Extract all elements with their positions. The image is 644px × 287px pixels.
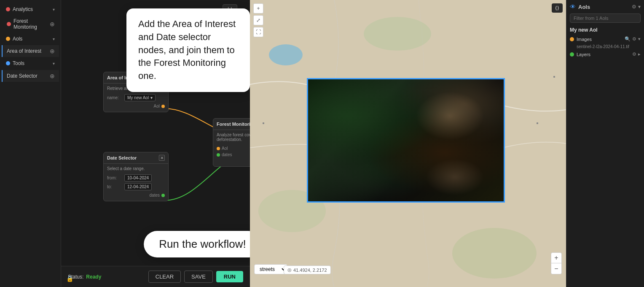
date-selector-node: Date Selector ✕ Select a date range. fro…	[103, 152, 169, 201]
layers-layer-row: Layers ⚙ ▸	[570, 50, 641, 59]
sidebar-item-aols[interactable]: Aols ▾	[2, 33, 59, 44]
map-style-select[interactable]: streets satellite terrain	[254, 264, 287, 274]
status-value: Ready	[86, 274, 101, 280]
panel-header: 👁 Aols ⚙ ▾	[570, 3, 641, 10]
map-crosshair-button[interactable]: ⤢	[253, 15, 263, 25]
panel-section: My new Aol Images 🔍 ⚙ ▾ sentinel-2-l2a-2…	[570, 27, 641, 59]
images-settings-icon[interactable]: ⚙	[632, 36, 636, 42]
date-selector-header: Date Selector ✕	[104, 152, 168, 164]
images-layer-left: Images	[570, 37, 592, 42]
sidebar-item-analytics[interactable]: Analytics ▾	[2, 4, 59, 15]
tools-chevron: ▾	[53, 61, 55, 66]
map-toggle-button[interactable]: ⟨⟩	[552, 3, 563, 13]
map-fullscreen-button[interactable]: ⛶	[253, 27, 263, 37]
fm-dates-input-port[interactable]	[217, 153, 220, 157]
analytics-chevron: ▾	[53, 7, 55, 12]
coords-icon: ◎	[287, 267, 292, 273]
date-selector-plus[interactable]: ⊕	[50, 73, 55, 79]
fm-aol-input-label: Aol	[222, 146, 228, 151]
nodes-container: Area of Interest ✕ Retrieve an Area of I…	[103, 68, 250, 236]
forest-monitoring-dot	[7, 22, 11, 26]
area-of-interest-plus[interactable]: ⊕	[50, 48, 55, 54]
run-bubble: Run the workflow!	[144, 231, 250, 257]
images-layer-actions: 🔍 ⚙ ▾	[625, 36, 641, 42]
panel-eye-icon: 👁	[570, 3, 576, 10]
panel-filter-input[interactable]	[570, 14, 641, 23]
sidebar-item-tools[interactable]: Tools ▾	[2, 58, 59, 69]
map-code-toggle[interactable]: ⟨⟩	[552, 3, 563, 13]
fm-aol-input-row: Aol	[217, 145, 250, 152]
images-layer-name: Images	[577, 37, 592, 42]
from-label: from:	[107, 176, 122, 180]
area-of-interest-field-label: name:	[107, 95, 122, 100]
date-selector-desc: Select a date range.	[107, 166, 165, 171]
zoom-in-button[interactable]: +	[551, 252, 562, 263]
aoi-output-port[interactable]	[161, 105, 165, 108]
map-controls-left: + ⤢ ⛶	[253, 3, 263, 37]
date-selector-close[interactable]: ✕	[159, 155, 165, 161]
layers-expand-icon[interactable]: ▸	[638, 51, 641, 57]
bottom-actions: CLEAR SAVE RUN	[148, 271, 243, 283]
images-search-icon[interactable]: 🔍	[625, 36, 631, 42]
dates-output-label: dates	[150, 193, 160, 198]
aoi-output-label: Aol	[154, 104, 160, 108]
sidebar-item-date-selector[interactable]: Date Selector ⊕	[2, 70, 59, 82]
status-area: 🔒 Status: Ready	[68, 274, 101, 280]
sidebar-item-area-of-interest[interactable]: Area of Interest ⊕	[2, 45, 59, 57]
area-of-interest-label: Area of Interest	[7, 48, 41, 54]
zoom-out-button[interactable]: −	[551, 263, 562, 274]
tools-dot	[6, 61, 10, 65]
forest-monitoring-label: Forest Monitoring	[13, 18, 50, 30]
layers-settings-icon[interactable]: ⚙	[632, 51, 636, 57]
svg-rect-6	[263, 122, 264, 124]
run-bubble-text: Run the workflow!	[159, 238, 246, 250]
fm-dates-input-label: dates	[222, 152, 232, 157]
forest-monitoring-desc: Analyze forest cover and deforestation.	[217, 133, 250, 142]
dates-output-port[interactable]	[161, 194, 165, 197]
clear-button[interactable]: CLEAR	[148, 271, 181, 283]
area-of-interest-field-value[interactable]: My new Aol ▾	[124, 94, 156, 101]
svg-rect-5	[553, 76, 555, 78]
fm-output-row: reporting ?	[217, 158, 250, 164]
from-value[interactable]: 10-04-2024	[124, 174, 152, 181]
date-output-port-row: dates	[107, 192, 165, 198]
date-selector-title: Date Selector	[107, 155, 137, 160]
layers-layer-dot	[570, 52, 574, 57]
forest-monitoring-plus[interactable]: ⊕	[50, 21, 55, 27]
aols-label: Aols	[13, 36, 22, 42]
images-layer-row: Images 🔍 ⚙ ▾	[570, 35, 641, 43]
coords-value: 41.4924, 2.2172	[293, 268, 327, 273]
panel-actions: ⚙ ▾	[632, 4, 641, 10]
panel-settings-button[interactable]: ⚙	[632, 4, 636, 10]
tooltip-text: Add the Area of Interest and Date select…	[138, 19, 236, 81]
forest-monitoring-node-header: Forest Monitoring ✕	[213, 119, 250, 130]
sidebar: Analytics ▾ Forest Monitoring ⊕ Aols ▾ A…	[0, 0, 61, 287]
satellite-image	[307, 78, 505, 203]
panel-section-title: My new Aol	[570, 27, 641, 33]
right-panel: 👁 Aols ⚙ ▾ My new Aol Images 🔍 ⚙ ▾ senti…	[566, 0, 644, 287]
lock-icon[interactable]: 🔒	[66, 275, 73, 282]
svg-rect-4	[537, 122, 538, 124]
to-value[interactable]: 12-04-2024	[124, 183, 152, 190]
images-expand-icon[interactable]: ▾	[638, 36, 641, 42]
forest-monitoring-node: Forest Monitoring ✕ Analyze forest cover…	[213, 118, 250, 167]
date-selector-label: Date Selector	[7, 73, 38, 79]
fm-dates-input-row: dates	[217, 152, 250, 158]
svg-point-2	[452, 228, 537, 279]
sidebar-item-forest-monitoring[interactable]: Forest Monitoring ⊕	[2, 16, 59, 32]
panel-title: Aols	[578, 4, 590, 10]
map-coordinates: ◎ 41.4924, 2.2172	[284, 265, 331, 274]
fm-aol-input-port[interactable]	[217, 147, 220, 150]
map-expand-button[interactable]: +	[253, 3, 263, 14]
map-style-selector[interactable]: streets satellite terrain	[254, 264, 287, 274]
forest-monitoring-node-title: Forest Monitoring	[217, 122, 250, 127]
panel-title-row: 👁 Aols	[570, 3, 590, 10]
aols-chevron: ▾	[53, 37, 55, 41]
images-layer-dot	[570, 37, 574, 41]
map-area: + ⤢ ⛶ ⟨⟩ streets satellite terrain ◎ 41.…	[250, 0, 566, 287]
panel-expand-button[interactable]: ▾	[638, 4, 641, 10]
save-button[interactable]: SAVE	[184, 271, 213, 283]
svg-point-1	[364, 17, 431, 51]
run-button[interactable]: RUN	[216, 271, 243, 282]
canvas-area: ⟨ ⟩ Add the Area of Interest and Date se…	[61, 0, 250, 287]
